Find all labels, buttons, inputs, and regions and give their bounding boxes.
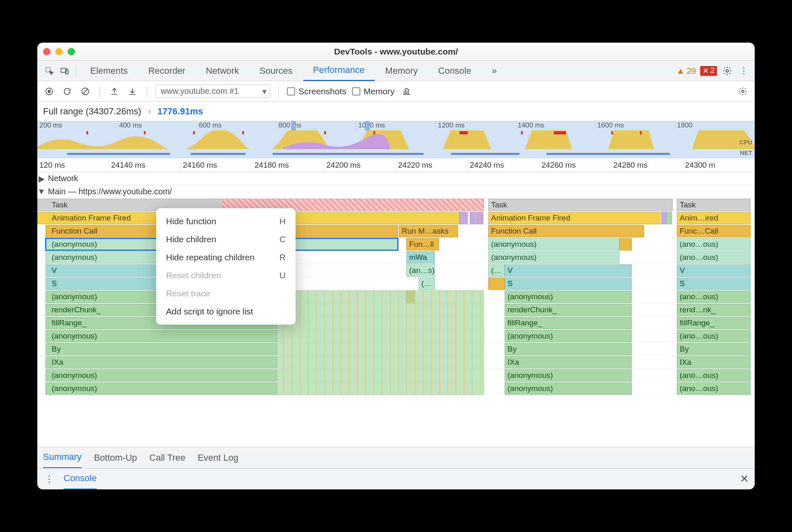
flame-anonymous[interactable]: (anonymous) <box>505 369 632 382</box>
memory-checkbox[interactable]: Memory <box>352 86 395 96</box>
flame-by[interactable]: By <box>46 343 277 355</box>
flame-s[interactable]: S <box>677 277 751 290</box>
drawer-close-icon[interactable]: ✕ <box>740 473 749 485</box>
screenshots-checkbox[interactable]: Screenshots <box>287 86 346 96</box>
flame-task[interactable]: Task <box>488 199 673 211</box>
tab-sources[interactable]: Sources <box>250 61 303 81</box>
breadcrumb-selection[interactable]: 1776.91ms <box>157 106 203 117</box>
flame-anonymous[interactable]: (ano…ous) <box>677 291 751 303</box>
drawer-tab-console[interactable]: Console <box>64 468 97 490</box>
tab-memory[interactable]: Memory <box>376 61 428 81</box>
collapse-icon[interactable]: ▼ <box>37 187 46 196</box>
flame-s[interactable]: S <box>505 277 632 290</box>
flame-block[interactable] <box>666 212 672 224</box>
flame-fillrange[interactable]: fillRange_ <box>677 317 751 329</box>
flame-anonymous[interactable]: (anonymous) <box>46 382 277 395</box>
memory-label: Memory <box>364 86 395 96</box>
flame-anonymous[interactable]: (anonymous) <box>488 238 619 250</box>
flame-function-call[interactable]: Function Call <box>488 225 644 237</box>
flame-renderchunk[interactable]: rend…nk_ <box>677 304 751 316</box>
clear-button[interactable] <box>79 85 91 98</box>
record-button[interactable] <box>43 85 55 98</box>
flame-by[interactable]: By <box>505 343 632 355</box>
flame-run-microtasks[interactable]: Run M…asks <box>399 225 458 237</box>
network-track-header[interactable]: ▶ Network <box>37 172 755 185</box>
menu-hide-repeating[interactable]: Hide repeating children R <box>156 248 296 266</box>
download-button[interactable] <box>126 85 139 98</box>
expand-icon[interactable]: ▶ <box>37 174 46 184</box>
detail-ruler[interactable]: 120 ms 24140 ms 24160 ms 24180 ms 24200 … <box>37 158 755 172</box>
flame-block[interactable] <box>406 291 414 303</box>
flame-block[interactable]: (… <box>419 277 435 290</box>
flame-function-call[interactable]: Func…Call <box>677 225 751 237</box>
flame-block[interactable]: (an…s) <box>406 264 435 277</box>
tab-bottom-up[interactable]: Bottom-Up <box>94 447 137 468</box>
flame-ixa[interactable]: IXa <box>46 356 277 368</box>
tab-performance[interactable]: Performance <box>303 61 375 81</box>
tab-console[interactable]: Console <box>428 61 481 81</box>
flame-block[interactable]: (… <box>488 264 505 277</box>
tab-network[interactable]: Network <box>196 61 249 81</box>
menu-hide-function[interactable]: Hide function H <box>156 212 296 230</box>
flame-anonymous[interactable]: (ano…ous) <box>677 382 751 395</box>
flame-block[interactable] <box>460 212 468 224</box>
garbage-collect-icon[interactable] <box>401 85 413 98</box>
tab-elements[interactable]: Elements <box>80 61 138 81</box>
recording-select[interactable]: www.youtube.com #1 <box>155 84 270 98</box>
checkbox-icon <box>352 87 360 95</box>
upload-button[interactable] <box>108 85 121 98</box>
flame-renderchunk[interactable]: renderChunk_ <box>505 304 632 316</box>
flame-fillrange[interactable]: fillRange_ <box>505 317 632 329</box>
timeline-overview[interactable]: 200 ms 400 ms 600 ms 800 ms 1000 ms 1200… <box>37 121 755 158</box>
flame-block[interactable] <box>470 212 476 224</box>
kebab-menu-icon[interactable]: ⋮ <box>737 65 750 77</box>
svg-point-5 <box>48 90 50 93</box>
flame-chart-area[interactable]: ▶ Network ▼ Main — https://www.youtube.c… <box>37 172 755 447</box>
menu-hide-children[interactable]: Hide children C <box>156 230 296 248</box>
menu-add-ignore-list[interactable]: Add script to ignore list <box>156 302 296 321</box>
flame-animation-frame[interactable]: Anim…ired <box>677 212 751 224</box>
flame-anonymous[interactable]: (anonymous) <box>505 382 632 395</box>
flame-block[interactable]: Fun…ll <box>406 238 439 250</box>
tab-call-tree[interactable]: Call Tree <box>149 447 185 468</box>
warnings-badge[interactable]: ▲ 29 <box>676 66 696 76</box>
reload-button[interactable] <box>61 85 73 98</box>
tab-summary[interactable]: Summary <box>43 447 82 468</box>
flame-anonymous[interactable]: (ano…ous) <box>677 330 751 342</box>
flame-ixa[interactable]: IXa <box>505 356 632 368</box>
flame-block[interactable] <box>476 212 483 224</box>
close-window-button[interactable] <box>43 48 50 55</box>
tab-event-log[interactable]: Event Log <box>198 447 238 468</box>
main-track-header[interactable]: ▼ Main — https://www.youtube.com/ <box>37 185 755 198</box>
inspect-element-icon[interactable] <box>42 64 56 78</box>
flame-anonymous[interactable]: (anonymous) <box>46 369 277 382</box>
device-toggle-icon[interactable] <box>58 64 72 78</box>
flame-block[interactable] <box>488 277 505 290</box>
tab-recorder[interactable]: Recorder <box>139 61 195 81</box>
flame-rows[interactable]: Task Task Task Animation Frame Fired Ani… <box>37 198 755 395</box>
flame-anonymous[interactable]: (anonymous) <box>488 251 619 264</box>
flame-block[interactable]: mWa <box>406 251 435 264</box>
flame-v[interactable]: V <box>505 264 632 277</box>
errors-badge[interactable]: ✕ 2 <box>700 66 717 76</box>
flame-task[interactable]: Task <box>677 199 751 211</box>
menu-label: Reset children <box>166 271 221 280</box>
flame-anonymous[interactable]: (anonymous) <box>505 291 632 303</box>
flame-anonymous[interactable]: (anonymous) <box>46 330 277 342</box>
capture-settings-gear-icon[interactable] <box>737 85 749 98</box>
tabs-overflow-button[interactable]: » <box>482 61 507 81</box>
flame-anonymous[interactable]: (ano…ous) <box>677 251 751 264</box>
flame-anonymous[interactable]: (ano…ous) <box>677 238 751 250</box>
maximize-window-button[interactable] <box>68 48 75 55</box>
flame-anonymous[interactable]: (ano…ous) <box>677 369 751 382</box>
breadcrumb-full-range[interactable]: Full range (34307.26ms) <box>43 106 141 117</box>
drawer-kebab-icon[interactable]: ⋮ <box>43 473 55 485</box>
settings-gear-icon[interactable] <box>721 65 733 77</box>
flame-v[interactable]: V <box>677 264 751 277</box>
flame-ixa[interactable]: IXa <box>677 356 751 368</box>
flame-animation-frame[interactable]: Animation Frame Fired <box>488 212 660 224</box>
flame-by[interactable]: By <box>677 343 751 355</box>
flame-block[interactable] <box>619 238 632 250</box>
flame-anonymous[interactable]: (anonymous) <box>505 330 632 342</box>
minimize-window-button[interactable] <box>55 48 63 55</box>
